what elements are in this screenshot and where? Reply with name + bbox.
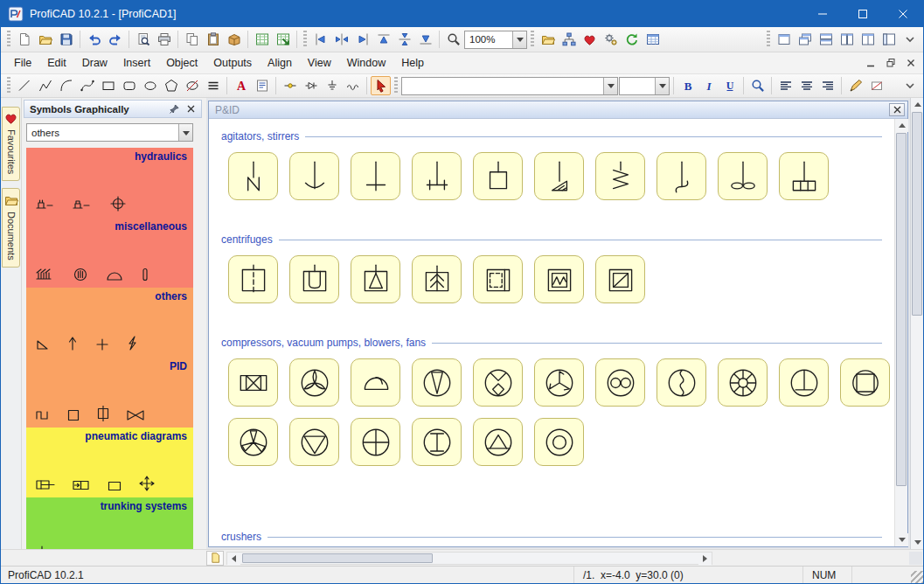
coil-tool-button[interactable] [343,76,363,95]
cascade-windows-button[interactable] [795,30,815,49]
pid-vertical-scrollbar[interactable] [894,119,907,546]
mdi-minimize-button[interactable] [861,55,879,71]
toolbar-grip[interactable] [531,31,534,48]
symbol-agitator-propeller[interactable] [718,152,768,200]
scrollbar-thumb[interactable] [242,553,433,563]
split-window-button[interactable] [858,30,878,49]
text-tool-button[interactable]: A [231,76,251,95]
pid-step-icon[interactable] [36,407,50,421]
pointer-tool-button[interactable] [371,76,391,95]
menu-outputs[interactable]: Outputs [205,52,260,73]
align-top-button[interactable] [373,30,393,49]
symbol-agitator-gate[interactable] [412,152,462,200]
closed-shape-tool-button[interactable] [182,76,202,95]
polygon-tool-button[interactable] [161,76,181,95]
symbol-centrifuge-pusher[interactable] [473,255,523,303]
scroll-down-button[interactable] [895,533,908,546]
panel-close-icon[interactable] [184,102,198,115]
align-bottom-button[interactable] [415,30,435,49]
menu-file[interactable]: File [6,52,39,73]
maximize-button[interactable] [843,1,883,27]
menu-edit[interactable]: Edit [39,52,74,73]
new-page-button[interactable] [206,551,224,566]
dropdown-arrow-icon[interactable] [512,31,526,48]
pid-square-line-icon[interactable] [97,406,109,421]
symbol-fan-propeller[interactable] [289,358,339,407]
menu-help[interactable]: Help [393,52,432,73]
symbol-agitator-frame[interactable] [473,152,523,200]
menu-window[interactable]: Window [339,52,393,73]
symbol-agitator-helical[interactable] [595,152,645,200]
save-button[interactable] [56,30,76,49]
print-preview-button[interactable] [133,30,153,49]
zoom-select[interactable]: 100% [464,31,527,49]
undo-button[interactable] [84,30,104,49]
horizontal-scrollbar[interactable] [226,552,712,565]
pin-icon[interactable] [167,102,181,115]
line-tool-button[interactable] [14,76,34,95]
toolbar-overflow-button[interactable] [900,76,920,95]
print-button[interactable] [154,30,174,49]
pid-titlebar[interactable]: P&ID [209,101,907,119]
label-tool-button[interactable] [252,76,272,95]
misc-meter-icon[interactable] [73,268,88,282]
scrollbar-track[interactable] [911,111,923,536]
new-button[interactable] [14,30,34,49]
align-right-button[interactable] [352,30,372,49]
symbol-centrifuge-scraper[interactable] [595,255,645,303]
scrollbar-track[interactable] [895,132,907,533]
polyline-tool-button[interactable] [35,76,55,95]
symbol-agitator-paddle[interactable] [351,152,400,200]
scrollbar-track[interactable] [240,553,698,564]
redo-button[interactable] [105,30,125,49]
symbol-agitator-anchor[interactable] [289,152,339,200]
rounded-rectangle-tool-button[interactable] [119,76,139,95]
minimize-button[interactable] [802,1,843,27]
pid-square-icon[interactable] [67,409,80,421]
mdi-close-button[interactable] [901,55,920,71]
close-button[interactable] [883,1,923,27]
bill-of-material-button[interactable] [273,30,293,49]
dropdown-arrow-icon[interactable] [655,78,669,94]
dropdown-arrow-icon[interactable] [603,78,617,94]
toolbar-overflow-button[interactable] [900,30,920,49]
misc-cartridge-icon[interactable] [141,268,149,282]
tile-vertical-button[interactable] [837,30,857,49]
category-others[interactable]: others [26,288,193,358]
scroll-right-button[interactable] [698,553,712,566]
update-button[interactable] [622,30,642,49]
netlist-button[interactable] [252,30,272,49]
toolbar-grip[interactable] [394,77,398,94]
other-flag-icon[interactable] [36,337,50,351]
other-cross-icon[interactable] [95,337,109,351]
underline-button[interactable]: U [719,76,740,95]
favourites-button[interactable] [580,30,600,49]
menu-object[interactable]: Object [158,52,205,73]
table-button[interactable] [643,30,663,49]
symbol-compressor-chevron[interactable] [473,418,523,466]
category-pid[interactable]: PID [26,358,193,428]
scrollbar-thumb[interactable] [896,133,907,486]
scroll-up-button[interactable] [911,98,923,111]
tab-documents[interactable]: Documents [2,188,20,268]
misc-dome-icon[interactable] [106,269,123,282]
align-left-button[interactable] [310,30,330,49]
new-window-button[interactable] [774,30,794,49]
pen-style-button[interactable] [845,76,865,95]
symbol-centrifuge-screw[interactable] [412,255,462,303]
toolbar-grip[interactable] [767,31,770,48]
dropdown-arrow-icon[interactable] [178,124,192,141]
symbol-blower-roots[interactable] [595,358,645,407]
toolbar-grip[interactable] [303,31,307,48]
category-trunking-systems[interactable]: trunking systems [26,497,193,549]
category-pneumatic-diagrams[interactable]: pneumatic diagrams [26,428,193,497]
pid-valve-icon[interactable] [127,409,144,421]
symbol-agitator-blade[interactable] [228,152,278,200]
zoom-button[interactable] [443,30,463,49]
hierarchy-button[interactable] [559,30,579,49]
symbol-centrifuge-conical[interactable] [351,255,400,303]
toolbar-grip[interactable] [7,77,10,94]
symbol-blower-ring[interactable] [534,418,584,466]
symbol-compressor-cross[interactable] [351,418,400,466]
hydraulic-pump-a-icon[interactable] [36,198,55,212]
